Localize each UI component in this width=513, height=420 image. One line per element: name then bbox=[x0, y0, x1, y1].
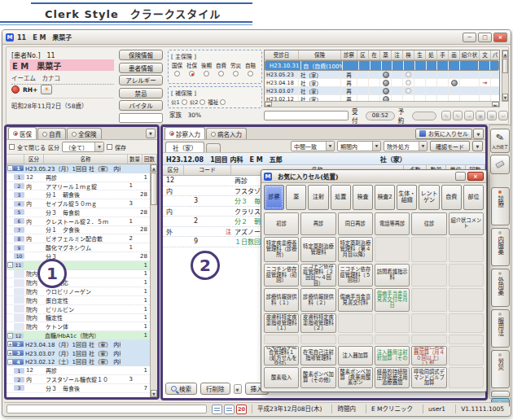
close-button[interactable]: × bbox=[493, 33, 507, 42]
karte-row[interactable]: 院内 ケトン体 1 bbox=[7, 322, 150, 331]
popup-category-tab[interactable]: 診察 bbox=[264, 185, 284, 210]
insurance-radio[interactable] bbox=[174, 71, 180, 77]
left-panel-tab[interactable]: 自費 bbox=[37, 128, 66, 139]
visit-row[interactable]: H23.03.07 社（家） 再 bbox=[265, 87, 499, 95]
visit-row[interactable]: H23.04.18 社（家） 再 bbox=[265, 79, 499, 87]
date-badge[interactable]: 20 bbox=[236, 405, 247, 414]
favorite-cell[interactable] bbox=[449, 237, 484, 262]
favorite-cell[interactable] bbox=[449, 264, 484, 287]
input-done-button[interactable]: ✎ 入力終了 bbox=[490, 129, 510, 153]
insurance-option[interactable]: 国保 bbox=[171, 61, 183, 77]
expand-icon[interactable]: + bbox=[7, 350, 13, 356]
karte-row[interactable]: 3 分１ 朝食後 28 bbox=[7, 190, 150, 199]
favorite-cell[interactable]: 特定薬剤治療管理料（第４月目以降） bbox=[338, 237, 373, 262]
favorite-cell[interactable]: 酸素ボンベ加算（その他） bbox=[300, 367, 335, 388]
favorites-dropdown[interactable]: ▼ bbox=[473, 129, 484, 139]
favorite-cell[interactable] bbox=[449, 335, 484, 344]
favorite-cell[interactable] bbox=[338, 335, 373, 344]
favorite-cell[interactable] bbox=[449, 346, 484, 365]
favorite-cell[interactable] bbox=[411, 335, 446, 344]
karte-row[interactable]: 5 分３ 毎食前 28 bbox=[7, 208, 150, 217]
favorite-cell[interactable]: 在宅時医学総合管理料１（処方せんを交付） bbox=[264, 346, 299, 365]
favorites-button[interactable]: お気に入りセル bbox=[415, 129, 472, 139]
popup-category-tab[interactable]: 注射 bbox=[308, 185, 328, 210]
favorite-cell[interactable]: 血糖自己測定器加算（月４０回以上）（１型… bbox=[411, 346, 446, 365]
insurance-option[interactable]: 自費 bbox=[215, 61, 227, 77]
favorite-cell[interactable] bbox=[449, 367, 484, 388]
kubun-select[interactable]: （全て）▼ bbox=[62, 142, 104, 152]
filter-select[interactable]: 院外処方▼ bbox=[384, 141, 428, 151]
reception-toolbar-button-4[interactable]: ▣ bbox=[476, 111, 485, 120]
sidebar-tab[interactable]: 内服薬 bbox=[491, 228, 510, 266]
favorite-cell[interactable] bbox=[411, 264, 446, 287]
expand-icon[interactable]: - bbox=[7, 333, 13, 339]
popup-category-tab[interactable]: 検査2 bbox=[375, 185, 395, 210]
sidebar-tab-stub[interactable] bbox=[491, 391, 510, 397]
insurance-option[interactable]: 社保 bbox=[186, 61, 198, 77]
sun-icon[interactable]: ☀ bbox=[41, 85, 52, 94]
karte-row[interactable]: 9 酸化マグネシウム 1 bbox=[7, 243, 150, 252]
favorite-cell[interactable]: 診療情報提供料（１） bbox=[264, 288, 299, 312]
sidebar-tab[interactable]: 診療 bbox=[491, 187, 510, 225]
visit-scrollbar[interactable]: ▲▼ bbox=[502, 50, 509, 102]
visit-hscrollbar[interactable]: ◄► bbox=[264, 101, 500, 107]
toolbar-dropdown[interactable]: ▼ bbox=[234, 384, 242, 394]
insurance-subtab[interactable]: 社（家） bbox=[165, 142, 204, 152]
favorite-cell[interactable]: 紹介状コメント bbox=[449, 212, 484, 235]
karte-row[interactable]: + 3 H23.03.07（月）1回目 社（家） 内科 bbox=[7, 349, 150, 358]
insurance-radio[interactable] bbox=[200, 99, 205, 105]
favorite-cell[interactable]: ニコチン依存症管理料（２回目～４回目） bbox=[300, 264, 335, 287]
karte-row[interactable]: 2 内 フスタゾール糖衣錠１０ 3 bbox=[7, 375, 150, 384]
karte-row[interactable]: - 11 尿一般 1 bbox=[7, 261, 150, 270]
favorite-cell[interactable] bbox=[375, 335, 410, 344]
popup-category-tab[interactable]: 自費 bbox=[441, 185, 462, 210]
favorite-cell[interactable]: 呼吸同調式デマンドバルブ加算 bbox=[411, 367, 446, 388]
insurance-radio[interactable] bbox=[233, 71, 239, 77]
karte-row[interactable]: 院内 潜血反応 1 bbox=[7, 278, 150, 287]
favorite-cell[interactable] bbox=[411, 288, 446, 312]
status-input[interactable] bbox=[7, 405, 207, 413]
karte-row[interactable]: 院内 ビリルビン 1 bbox=[7, 305, 150, 314]
calendar-icon-2[interactable] bbox=[224, 405, 235, 414]
popup-category-tab[interactable]: 検査 bbox=[353, 185, 373, 210]
insurance-radio[interactable] bbox=[248, 71, 253, 77]
favorite-cell[interactable]: 注入器加算 bbox=[338, 346, 373, 365]
favorite-cell[interactable]: 再診 bbox=[300, 212, 335, 235]
insurance-radio[interactable] bbox=[218, 71, 224, 77]
favorite-cell[interactable]: 訪問看護指示料 bbox=[375, 264, 410, 287]
favorite-cell[interactable]: 初診 bbox=[264, 212, 299, 235]
favorite-cell[interactable]: 酸素吸入 bbox=[264, 367, 299, 388]
insurance-option[interactable]: 自賠 bbox=[244, 61, 256, 77]
karte-row[interactable]: 4 内 セイブル錠５０ｍｇ 3 bbox=[7, 199, 150, 208]
popup-category-tab[interactable]: 薬 bbox=[286, 185, 306, 210]
favorite-cell[interactable] bbox=[375, 237, 410, 262]
visit-row[interactable]: H23.05.23 社（家） 再 bbox=[265, 71, 499, 79]
popup-category-tab[interactable]: 生体・組織 bbox=[397, 185, 417, 210]
insurance-option[interactable]: 後期 bbox=[200, 61, 213, 77]
favorite-cell[interactable] bbox=[449, 288, 484, 312]
insurance-option[interactable]: 公1 bbox=[171, 98, 187, 106]
insurance-option[interactable]: 公2 bbox=[190, 98, 206, 106]
karte-row[interactable]: 院内 ＰＨ 1 bbox=[7, 270, 150, 279]
popup-category-tab[interactable]: レントゲン bbox=[419, 185, 439, 210]
karte-row[interactable]: 院内 ウロビリノーゲン 1 bbox=[7, 287, 150, 296]
favorite-cell[interactable] bbox=[411, 237, 446, 262]
favorite-cell[interactable] bbox=[264, 335, 299, 344]
insurance-radio[interactable] bbox=[189, 71, 195, 77]
karte-row[interactable]: 3 分３ 毎食後 7 bbox=[7, 384, 150, 393]
karte-scrollbar[interactable]: ▲▼ bbox=[150, 164, 157, 397]
expand-icon[interactable]: - bbox=[7, 359, 13, 365]
patient-info-button[interactable]: アレルギー bbox=[119, 75, 163, 85]
favorite-cell[interactable]: 経鼻的持続陽圧呼吸療法用治療器加 bbox=[375, 367, 410, 388]
filter-select[interactable]: 期間内▼ bbox=[337, 141, 381, 151]
expand-icon[interactable]: + bbox=[7, 341, 13, 347]
favorite-cell[interactable]: ニコチン依存症管理料（初回） bbox=[264, 264, 299, 287]
eraser-button[interactable] bbox=[490, 155, 510, 174]
insurance-option[interactable]: 労災 bbox=[230, 61, 242, 77]
reception-toolbar-button-6[interactable]: ↩ bbox=[498, 111, 508, 120]
window-titlebar[interactable]: M 11 E M 果菜子 ─ □ × bbox=[2, 30, 511, 45]
insurance-radio[interactable] bbox=[204, 71, 209, 77]
patient-info-button[interactable]: 患者情報 bbox=[119, 63, 163, 73]
favorite-cell[interactable]: ニコチン依存症管理料（５回目） bbox=[338, 264, 373, 287]
save-checkbox[interactable] bbox=[107, 144, 112, 150]
